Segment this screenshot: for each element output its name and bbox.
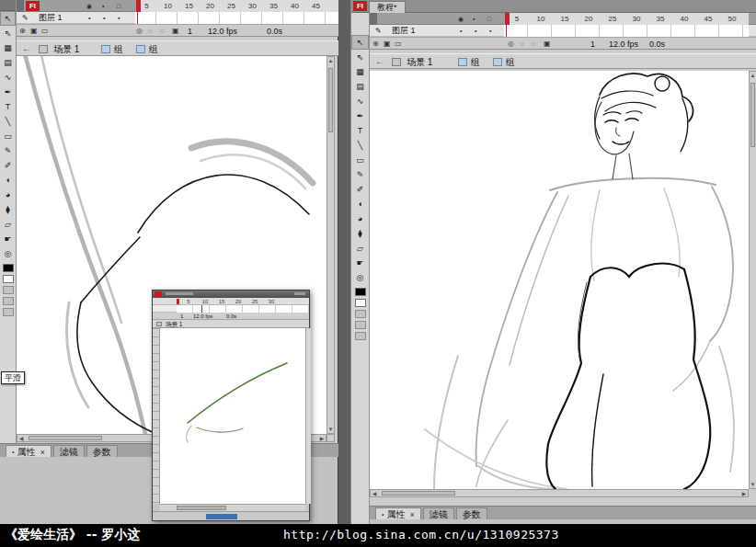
scrollbar-thumb[interactable] — [382, 491, 455, 496]
fill-color-swatch[interactable] — [355, 299, 366, 307]
frame-rate[interactable]: 12.0 fps — [208, 25, 237, 38]
frame-grid[interactable] — [504, 25, 749, 37]
tool-button[interactable]: ◎ — [0, 246, 16, 261]
delete-layer-icon[interactable]: ▭ — [395, 39, 402, 50]
scroll-left-icon[interactable]: ◀ — [371, 490, 378, 497]
tool-button[interactable]: ⇖ — [0, 26, 16, 40]
tool-button[interactable]: ⇖ — [351, 50, 369, 64]
layer-outline-dot[interactable]: ▪ — [118, 12, 120, 24]
edit-multiple-frames-icon[interactable]: ▣ — [544, 39, 551, 50]
tool-option-button[interactable] — [355, 332, 366, 340]
layer-visibility-dot[interactable]: • — [88, 12, 90, 24]
tool-button[interactable]: ∿ — [0, 70, 16, 85]
scene-breadcrumb[interactable]: 场景 1 — [53, 41, 79, 57]
tool-button[interactable]: ↖ — [0, 11, 16, 26]
timeline-grip[interactable] — [370, 13, 377, 25]
scene-breadcrumb[interactable]: 场景 1 — [407, 54, 432, 70]
inset-title-bar[interactable] — [153, 291, 309, 298]
tool-button[interactable]: ◕ — [351, 211, 369, 226]
tab-properties[interactable]: • 属性 × — [6, 445, 52, 458]
insert-layer-icon[interactable]: ⊕ — [19, 26, 26, 37]
inset-timeline-ruler[interactable]: 51015202530 — [153, 298, 309, 305]
vertical-scrollbar[interactable]: ▲ ▼ — [326, 56, 335, 434]
tool-button[interactable]: ╲ — [0, 114, 16, 129]
tool-button[interactable]: ✐ — [0, 158, 16, 173]
tool-button[interactable]: ◕ — [0, 188, 16, 202]
tool-button[interactable]: ◎ — [351, 270, 369, 285]
tool-button[interactable]: ▦ — [351, 64, 369, 79]
delete-layer-icon[interactable]: ▭ — [41, 26, 49, 37]
inset-vertical-scrollbar[interactable] — [305, 328, 311, 504]
tool-option-button[interactable] — [355, 310, 366, 318]
tool-button[interactable]: ✐ — [351, 182, 369, 197]
timeline-ruler[interactable]: 5101520253035404550 — [504, 13, 749, 25]
stroke-color-swatch[interactable] — [355, 288, 366, 296]
tool-button[interactable]: ✎ — [0, 143, 16, 158]
tool-button[interactable]: ╲ — [351, 138, 369, 153]
tool-button[interactable]: ◖ — [0, 173, 16, 188]
tool-button[interactable]: ◖ — [351, 197, 369, 211]
scrollbar-thumb[interactable] — [750, 83, 755, 147]
tool-option-button[interactable] — [3, 297, 14, 305]
close-panel-icon[interactable]: × — [409, 510, 414, 519]
tool-button[interactable]: ☛ — [351, 256, 369, 270]
document-tab[interactable]: 教程* — [369, 1, 406, 13]
insert-layer-icon[interactable]: ⊕ — [372, 39, 379, 50]
edit-multiple-frames-icon[interactable]: ▣ — [172, 26, 179, 37]
tab-filters[interactable]: 滤镜 — [423, 507, 454, 520]
playhead[interactable] — [136, 0, 141, 12]
tab-properties[interactable]: • 属性 × — [375, 507, 421, 520]
lock-column-icon[interactable]: ▪ — [102, 0, 104, 12]
tool-button[interactable]: T — [351, 123, 369, 138]
inset-layer-row[interactable] — [153, 305, 309, 313]
scroll-down-icon[interactable]: ▼ — [327, 426, 334, 433]
tool-button[interactable]: ✒ — [0, 85, 16, 99]
inset-stage-canvas[interactable] — [160, 328, 305, 504]
tool-button[interactable]: ▱ — [0, 217, 16, 232]
layer-row[interactable]: ✎ 图层 1 • • ▪ — [370, 25, 756, 37]
back-button[interactable]: ← — [22, 43, 31, 53]
tool-button[interactable]: ☛ — [0, 232, 16, 246]
vertical-scrollbar[interactable]: ▲ ▼ — [749, 71, 756, 489]
scroll-left-icon[interactable]: ◀ — [17, 435, 25, 442]
scroll-down-icon[interactable]: ▼ — [750, 481, 756, 488]
frame-rate[interactable]: 12.0 fps — [193, 313, 212, 320]
scroll-right-icon[interactable]: ▶ — [318, 435, 326, 442]
stroke-color-swatch[interactable] — [3, 264, 14, 272]
onion-skin-icon[interactable]: ◌ — [148, 26, 153, 37]
group-breadcrumb[interactable]: 组 — [471, 54, 480, 70]
scrollbar-thumb[interactable] — [177, 506, 226, 510]
group-breadcrumb[interactable]: 组 — [149, 41, 158, 57]
layer-lock-dot[interactable]: • — [103, 12, 105, 24]
onion-outline-icon[interactable]: ◌ — [532, 39, 536, 50]
tool-button[interactable]: ▤ — [0, 55, 16, 70]
playhead[interactable] — [177, 299, 179, 304]
layer-visibility-dot[interactable]: • — [460, 25, 462, 37]
close-panel-icon[interactable]: × — [40, 448, 44, 457]
tool-button[interactable]: ⧫ — [351, 226, 369, 241]
inset-horizontal-scrollbar[interactable] — [160, 504, 305, 511]
frame-rate[interactable]: 12.0 fps — [609, 38, 638, 51]
tool-button[interactable]: ▤ — [351, 79, 369, 94]
onion-outline-icon[interactable]: ◌ — [160, 26, 165, 37]
tab-parameters[interactable]: 参数 — [86, 445, 118, 458]
footer-url[interactable]: http://blog.sina.com.cn/u/1310925373 — [283, 528, 559, 541]
layer-folder-icon[interactable]: ▣ — [384, 39, 391, 50]
frame-grid[interactable] — [135, 12, 338, 24]
playhead[interactable] — [505, 13, 510, 25]
onion-skin-icon[interactable]: ◌ — [520, 39, 524, 50]
tool-option-button[interactable] — [3, 286, 14, 294]
layer-row[interactable]: ✎ 图层 1 • • ▪ — [17, 12, 338, 24]
tool-button[interactable]: ▭ — [351, 153, 369, 167]
scrollbar-thumb[interactable] — [328, 68, 333, 132]
tool-button[interactable]: ⧫ — [0, 202, 16, 217]
tool-button[interactable]: ✎ — [351, 167, 369, 182]
layer-name[interactable]: 图层 1 — [392, 25, 416, 37]
outline-column-icon[interactable]: □ — [487, 13, 491, 25]
tool-button[interactable]: ✒ — [351, 108, 369, 123]
lock-column-icon[interactable]: ▪ — [473, 13, 475, 25]
tool-option-button[interactable] — [3, 308, 14, 316]
fill-color-swatch[interactable] — [3, 275, 14, 283]
scroll-right-icon[interactable]: ▶ — [740, 490, 748, 497]
scroll-up-icon[interactable]: ▲ — [327, 57, 334, 64]
